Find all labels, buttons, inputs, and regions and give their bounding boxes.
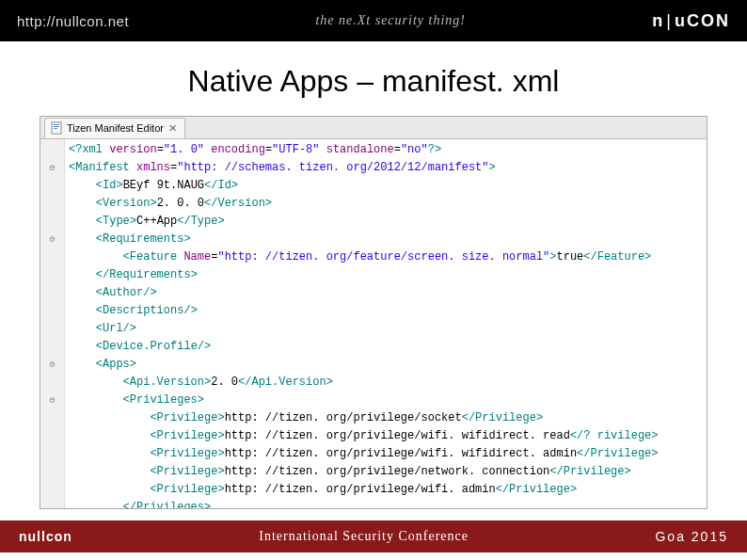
editor-window: Tizen Manifest Editor ✕ ⊖⊖⊖⊖⊖ <?xml vers…: [40, 116, 707, 509]
code-line: <Type>C++App</Type>: [69, 213, 707, 231]
code-area: ⊖⊖⊖⊖⊖ <?xml version="1. 0" encoding="UTF…: [40, 139, 707, 508]
fold-indicator: [40, 409, 64, 427]
fold-indicator[interactable]: ⊖: [40, 231, 64, 248]
fold-indicator: [40, 195, 64, 213]
brand-u: u: [675, 11, 687, 31]
fold-indicator: [40, 302, 64, 320]
code-line: <Privilege>http: //tizen. org/privilege/…: [69, 481, 707, 499]
code-line: <Id>BEyf 9t.NAUG</Id>: [69, 177, 707, 195]
close-icon[interactable]: ✕: [168, 122, 177, 135]
code-line: <Privilege>http: //tizen. org/privilege/…: [69, 463, 707, 481]
brand-pipe: |: [666, 11, 673, 31]
brand-n: n: [652, 11, 664, 31]
footer-bar: nullcon International Security Conferenc…: [0, 520, 747, 552]
code-line: </Requirements>: [69, 266, 707, 284]
fold-indicator: [40, 213, 64, 231]
footer-location: Goa 2015: [655, 529, 728, 544]
site-url: http://nullcon.net: [17, 13, 129, 29]
code-line: <Author/>: [69, 284, 707, 302]
fold-indicator: [40, 338, 64, 356]
brand-logo: n | u CON: [652, 11, 730, 31]
svg-rect-3: [54, 128, 57, 129]
fold-indicator: [40, 499, 64, 509]
file-icon: [51, 121, 62, 135]
editor-tab[interactable]: Tizen Manifest Editor ✕: [44, 118, 185, 138]
fold-indicator: [40, 266, 64, 284]
code-line: </Privileges>: [69, 499, 707, 508]
fold-indicator: [40, 374, 64, 392]
svg-rect-1: [54, 124, 59, 125]
fold-indicator: [40, 248, 64, 266]
code-line: <Api.Version>2. 0</Api.Version>: [69, 374, 707, 392]
code-line: <Privilege>http: //tizen. org/privilege/…: [69, 445, 707, 463]
top-bar: http://nullcon.net the ne.Xt security th…: [0, 0, 747, 41]
footer-brand: nullcon: [19, 529, 72, 544]
code-line: <Privileges>: [69, 392, 707, 409]
fold-indicator[interactable]: ⊖: [40, 392, 64, 409]
code-line: <Apps>: [69, 356, 707, 374]
code-line: <Feature Name="http: //tizen. org/featur…: [69, 248, 707, 266]
code-line: <Device.Profile/>: [69, 338, 707, 356]
fold-indicator: [40, 284, 64, 302]
code-content: <?xml version="1. 0" encoding="UTF-8" st…: [65, 139, 707, 508]
svg-rect-2: [54, 126, 59, 127]
code-line: <Url/>: [69, 320, 707, 338]
tab-label: Tizen Manifest Editor: [67, 122, 164, 134]
slide-title: Native Apps – manifest. xml: [0, 41, 747, 116]
slide: http://nullcon.net the ne.Xt security th…: [0, 0, 747, 560]
fold-indicator: [40, 445, 64, 463]
footer-title: International Security Conference: [259, 529, 469, 544]
tagline: the ne.Xt security thing!: [315, 13, 466, 28]
fold-gutter: ⊖⊖⊖⊖⊖: [40, 139, 65, 508]
fold-indicator: [40, 320, 64, 338]
fold-indicator: [40, 481, 64, 499]
code-line: <Requirements>: [69, 231, 707, 248]
code-line: <Version>2. 0. 0</Version>: [69, 195, 707, 213]
code-line: <Privilege>http: //tizen. org/privilege/…: [69, 409, 707, 427]
fold-indicator: [40, 177, 64, 195]
tab-bar: Tizen Manifest Editor ✕: [40, 117, 707, 139]
fold-indicator: [40, 427, 64, 445]
fold-indicator: [40, 463, 64, 481]
fold-indicator[interactable]: ⊖: [40, 356, 64, 374]
code-line: <Manifest xmlns="http: //schemas. tizen.…: [69, 159, 707, 177]
fold-indicator: [40, 141, 64, 159]
brand-con: CON: [687, 11, 730, 31]
code-line: <Descriptions/>: [69, 302, 707, 320]
code-line: <?xml version="1. 0" encoding="UTF-8" st…: [69, 141, 707, 159]
fold-indicator[interactable]: ⊖: [40, 159, 64, 177]
code-line: <Privilege>http: //tizen. org/privilege/…: [69, 427, 707, 445]
